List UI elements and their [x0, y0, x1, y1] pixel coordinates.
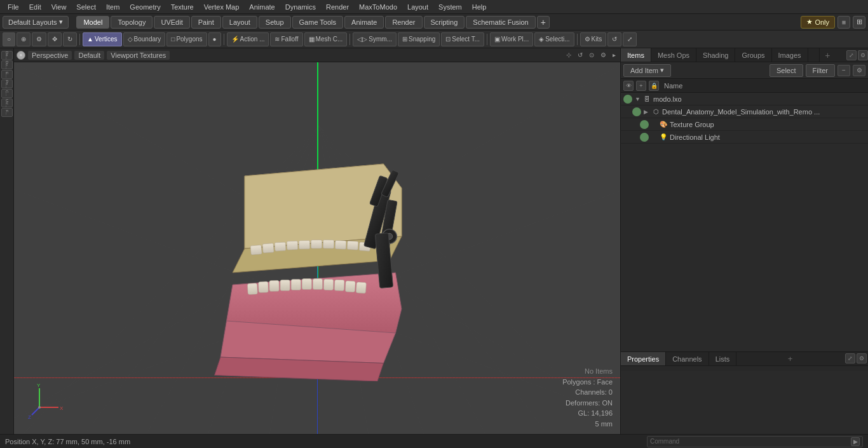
tab-topology[interactable]: Topology [111, 16, 153, 29]
command-input[interactable] [682, 438, 851, 445]
menu-system[interactable]: System [433, 2, 467, 12]
tool-dot[interactable]: ● [208, 32, 221, 46]
tool-select-none[interactable]: ○ [3, 32, 15, 46]
viewport-canvas[interactable]: Y X Z No Items Polygons : Face Channels:… [14, 62, 620, 434]
tree-item-texture-group[interactable]: 🎨 Texture Group [621, 118, 868, 131]
tool-snapping[interactable]: ⊞ Snapping [398, 32, 440, 46]
tab-groups[interactable]: Groups [735, 48, 771, 62]
sidebar-icon-polygon[interactable]: Po... [1, 79, 13, 88]
viewport-menu-icon[interactable]: ▸ [611, 51, 618, 59]
panel-settings-icon[interactable]: ⚙ [858, 50, 868, 60]
tool-viewport-expand[interactable]: ⤢ [623, 32, 637, 46]
tool-select-through[interactable]: ⊡ Select T... [441, 32, 484, 46]
viewport-camera-icon[interactable]: ⊙ [587, 51, 596, 59]
expand-dental[interactable]: ▶ [644, 109, 651, 115]
menu-texture[interactable]: Texture [166, 2, 199, 12]
panel-expand-icon[interactable]: ⤢ [846, 50, 857, 60]
tab-game-tools[interactable]: Game Tools [292, 16, 344, 29]
command-submit-button[interactable]: ▶ [851, 437, 860, 446]
tab-properties[interactable]: Properties [621, 352, 666, 365]
tool-action-btn[interactable]: ⚡ Action ... [227, 32, 269, 46]
menu-dynamics[interactable]: Dynamics [280, 2, 321, 12]
tab-layout[interactable]: Layout [222, 16, 257, 29]
vis-btn-texture[interactable] [640, 120, 649, 129]
viewport-settings-icon[interactable]: ⚙ [599, 51, 608, 59]
add-properties-tab-button[interactable]: + [783, 352, 798, 365]
tab-animate[interactable]: Animate [344, 16, 384, 29]
viewport-default-label[interactable]: Default [74, 51, 104, 60]
tab-shading[interactable]: Shading [696, 48, 735, 62]
vis-btn-modo-lxo[interactable] [623, 95, 632, 104]
layout-expand-icon[interactable]: ⊞ [853, 16, 865, 29]
menu-item[interactable]: Item [101, 2, 125, 12]
viewport-zoom-fit-icon[interactable]: ⊹ [564, 51, 573, 59]
visibility-header-icon[interactable]: 👁 [623, 81, 634, 91]
sidebar-icon-curve[interactable]: C... [1, 89, 13, 98]
menu-geometry[interactable]: Geometry [125, 2, 165, 12]
vis-btn-dental[interactable] [632, 107, 641, 116]
command-input-container[interactable]: Command ▶ [647, 436, 863, 447]
add-header-icon[interactable]: + [636, 81, 646, 91]
sidebar-icon-edge[interactable]: E... [1, 70, 13, 79]
viewport-perspective-label[interactable]: Perspective [28, 51, 72, 60]
add-panel-tab-button[interactable]: + [819, 48, 835, 62]
tool-boundary[interactable]: ◇ Boundary [123, 32, 166, 46]
add-item-button[interactable]: Add Item ▾ [623, 64, 671, 77]
tab-model[interactable]: Model [76, 16, 109, 29]
lock-header-icon[interactable]: 🔒 [649, 81, 659, 91]
viewport-rotate-icon[interactable]: ↺ [576, 51, 585, 59]
tab-images[interactable]: Images [772, 48, 808, 62]
tab-channels[interactable]: Channels [666, 352, 709, 365]
tool-work-plane[interactable]: ▣ Work Pl... [490, 32, 533, 46]
menu-select[interactable]: Select [71, 2, 101, 12]
tab-items[interactable]: Items [621, 48, 651, 62]
sidebar-icon-falloff[interactable]: F... [1, 108, 13, 117]
tool-falloff[interactable]: ≋ Falloff [270, 32, 302, 46]
star-only-button[interactable]: ★ Only [801, 16, 835, 29]
scene-tree[interactable]: ▼ 🗄 modo.lxo ▶ ⬡ Dental_Anatomy_Model_Si… [621, 93, 868, 313]
tool-selection-sets[interactable]: ◈ Selecti... [534, 32, 574, 46]
tool-symmetry[interactable]: ◁▷ Symm... [353, 32, 397, 46]
layout-dropdown[interactable]: Default Layouts ▾ [3, 16, 69, 29]
prop-expand-icon[interactable]: ⤢ [845, 353, 855, 363]
tab-uvedit[interactable]: UVEdit [154, 16, 189, 29]
tool-rotate[interactable]: ↻ [63, 32, 77, 46]
tool-transform[interactable]: ✥ [48, 32, 62, 46]
tool-polygons[interactable]: □ Polygons [166, 32, 207, 46]
tab-setup[interactable]: Setup [259, 16, 291, 29]
tab-paint[interactable]: Paint [191, 16, 221, 29]
tree-item-dental-anatomy[interactable]: ▶ ⬡ Dental_Anatomy_Model_Simulation_with… [621, 105, 868, 118]
menu-file[interactable]: File [3, 2, 24, 12]
sidebar-icon-default[interactable]: De... [1, 51, 13, 60]
menu-vertex-map[interactable]: Vertex Map [199, 2, 245, 12]
menu-view[interactable]: View [46, 2, 72, 12]
tool-vertices[interactable]: ▲ Vertices [83, 32, 121, 46]
items-minus-icon[interactable]: − [837, 65, 850, 76]
menu-render[interactable]: Render [321, 2, 354, 12]
viewport-toggle[interactable]: ● [17, 51, 25, 60]
tab-render[interactable]: Render [385, 16, 422, 29]
items-settings-icon[interactable]: ⚙ [853, 65, 865, 76]
add-layout-button[interactable]: + [537, 16, 550, 29]
filter-button[interactable]: Filter [806, 64, 835, 77]
tool-mesh-constraint[interactable]: ▦ Mesh C... [304, 32, 348, 46]
vis-btn-light[interactable] [640, 133, 649, 142]
tree-item-directional-light[interactable]: 💡 Directional Light [621, 131, 868, 144]
tab-scripting[interactable]: Scripting [424, 16, 465, 29]
menu-edit[interactable]: Edit [24, 2, 46, 12]
sidebar-icon-duplicate[interactable]: Du... [1, 60, 13, 69]
tab-lists[interactable]: Lists [709, 352, 737, 365]
layout-settings-icon[interactable]: ≡ [837, 16, 850, 29]
select-button[interactable]: Select [770, 64, 803, 77]
tree-item-modo-lxo[interactable]: ▼ 🗄 modo.lxo [621, 93, 868, 105]
viewport-texture-label[interactable]: Viewport Textures [107, 51, 170, 60]
expand-modo-lxo[interactable]: ▼ [635, 96, 642, 102]
tab-mesh-ops[interactable]: Mesh Ops [651, 48, 696, 62]
menu-layout[interactable]: Layout [402, 2, 433, 12]
tool-viewport-rotation[interactable]: ↺ [607, 32, 621, 46]
prop-settings-icon[interactable]: ⚙ [857, 353, 867, 363]
menu-help[interactable]: Help [467, 2, 492, 12]
menu-maxtomodo[interactable]: MaxToModo [354, 2, 402, 12]
tab-schematic-fusion[interactable]: Schematic Fusion [466, 16, 535, 29]
tool-global-select[interactable]: ⊕ [17, 32, 31, 46]
